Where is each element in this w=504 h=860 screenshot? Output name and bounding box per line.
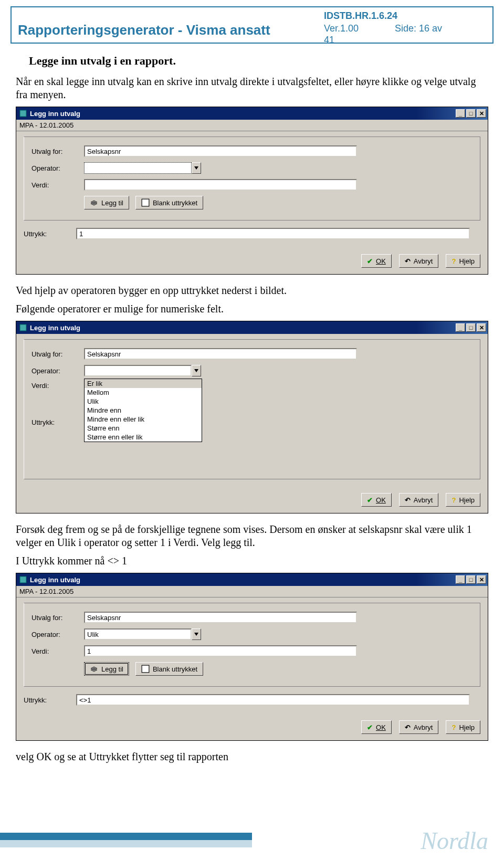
help-icon: ?: [452, 496, 456, 504]
operator-dropdown-list[interactable]: Er lik Mellom Ulik Mindre enn Mindre enn…: [84, 379, 202, 442]
doc-title: Rapporteringsgenerator - Visma ansatt: [18, 22, 270, 38]
minimize-button[interactable]: _: [456, 323, 465, 332]
button-ok[interactable]: ✔OK: [361, 254, 392, 268]
button-ok[interactable]: ✔OK: [361, 720, 392, 734]
button-blank[interactable]: Blank uttrykket: [135, 196, 203, 209]
button-legg-til[interactable]: Legg til: [84, 196, 129, 209]
app-icon: [19, 575, 27, 584]
app-icon: [19, 323, 27, 332]
dialog-legg-inn-utvalg-1: Legg inn utvalg _ □ ✕ MPA - 12.01.2005 U…: [16, 107, 488, 275]
dropdown-option[interactable]: Mellom: [85, 388, 202, 397]
app-icon: [19, 109, 27, 118]
input-verdi[interactable]: [84, 179, 357, 191]
button-hjelp-label: Hjelp: [459, 723, 475, 731]
button-legg-til-label: Legg til: [101, 665, 123, 673]
titlebar[interactable]: Legg inn utvalg _ □ ✕: [16, 107, 488, 120]
doc-total-pages: 41: [324, 35, 334, 46]
section-heading: Legge inn utvalg i en rapport.: [29, 54, 504, 68]
label-verdi: Verdi:: [32, 647, 84, 655]
button-avbryt[interactable]: ↶Avbryt: [399, 493, 439, 507]
button-hjelp-label: Hjelp: [459, 257, 475, 265]
combo-dropdown-button[interactable]: [192, 628, 201, 640]
dialog-subtitle: MPA - 12.01.2005: [16, 586, 488, 597]
input-uttrykk[interactable]: [76, 694, 470, 706]
button-ok[interactable]: ✔OK: [361, 493, 392, 507]
label-utvalg-for: Utvalg for:: [32, 148, 84, 155]
button-avbryt-label: Avbryt: [414, 723, 433, 731]
doc-page: Side: 16 av: [395, 23, 442, 34]
stack-icon: [90, 665, 98, 673]
form-fieldset: Utvalg for: Operator: Verdi: Legg til: [24, 603, 480, 687]
label-uttrykk: Uttrykk:: [24, 230, 76, 238]
paragraph-4: velg OK og se at Uttrykket flytter seg t…: [16, 750, 488, 763]
dialog-subtitle: MPA - 12.01.2005: [16, 120, 488, 131]
titlebar[interactable]: Legg inn utvalg _ □ ✕: [16, 573, 488, 586]
dialog-legg-inn-utvalg-2: Legg inn utvalg _ □ ✕ Utvalg for: Operat…: [16, 321, 488, 513]
button-blank-label: Blank uttrykket: [153, 665, 197, 673]
close-button[interactable]: ✕: [477, 323, 486, 332]
dialog-legg-inn-utvalg-3: Legg inn utvalg _ □ ✕ MPA - 12.01.2005 U…: [16, 573, 488, 741]
input-operator[interactable]: [84, 162, 192, 174]
label-operator: Operator:: [32, 367, 84, 375]
input-operator[interactable]: [84, 365, 192, 376]
minimize-button[interactable]: _: [456, 575, 465, 584]
input-utvalg-for[interactable]: [84, 145, 357, 157]
input-uttrykk[interactable]: [76, 228, 470, 239]
svg-rect-2: [20, 324, 26, 331]
close-button[interactable]: ✕: [477, 575, 486, 584]
button-avbryt-label: Avbryt: [414, 257, 433, 265]
combo-dropdown-button[interactable]: [192, 162, 201, 174]
stack-icon: [90, 199, 98, 206]
svg-rect-4: [142, 665, 149, 673]
dropdown-option[interactable]: Større enn: [85, 424, 202, 433]
input-utvalg-for[interactable]: [84, 348, 357, 360]
combo-operator[interactable]: [84, 365, 201, 376]
form-fieldset: Utvalg for: Operator: Verdi: L: [24, 137, 480, 221]
footer-logo: Nordla: [421, 827, 488, 855]
button-hjelp[interactable]: ?Hjelp: [446, 254, 480, 268]
combo-operator[interactable]: [84, 628, 201, 640]
label-operator: Operator:: [32, 631, 84, 638]
input-verdi[interactable]: [84, 645, 357, 657]
combo-dropdown-button[interactable]: [192, 365, 201, 376]
undo-icon: ↶: [405, 723, 411, 731]
maximize-button[interactable]: □: [466, 323, 476, 332]
input-operator[interactable]: [84, 628, 192, 640]
minimize-button[interactable]: _: [456, 109, 465, 118]
label-verdi: Verdi:: [32, 382, 84, 390]
chevron-down-icon: [194, 166, 198, 170]
page-footer: Nordla: [0, 828, 504, 860]
label-utvalg-for: Utvalg for:: [32, 614, 84, 622]
dialog-title: Legg inn utvalg: [30, 576, 80, 584]
combo-operator[interactable]: [84, 162, 201, 174]
blank-icon: [141, 665, 150, 673]
label-operator: Operator:: [32, 164, 84, 172]
button-hjelp[interactable]: ?Hjelp: [446, 493, 480, 507]
titlebar[interactable]: Legg inn utvalg _ □ ✕: [16, 321, 488, 334]
check-icon: ✔: [367, 496, 373, 504]
maximize-button[interactable]: □: [466, 575, 476, 584]
button-legg-til[interactable]: Legg til: [84, 662, 129, 676]
maximize-button[interactable]: □: [466, 109, 476, 118]
button-avbryt[interactable]: ↶Avbryt: [399, 720, 439, 734]
button-ok-label: OK: [376, 723, 386, 731]
button-avbryt[interactable]: ↶Avbryt: [399, 254, 439, 268]
label-uttrykk: Uttrykk:: [32, 418, 84, 426]
button-blank[interactable]: Blank uttrykket: [135, 662, 203, 676]
paragraph-1: Når en skal legge inn utvalg kan en skri…: [16, 75, 488, 101]
doc-version: Ver.1.00: [324, 23, 359, 34]
dropdown-option[interactable]: Ulik: [85, 397, 202, 406]
paragraph-2b: Følgende operatorer er mulige for numeri…: [16, 302, 488, 316]
input-utvalg-for[interactable]: [84, 612, 357, 623]
dropdown-option[interactable]: Mindre enn: [85, 406, 202, 415]
svg-rect-0: [20, 110, 26, 117]
button-blank-label: Blank uttrykket: [153, 199, 197, 207]
label-verdi: Verdi:: [32, 181, 84, 189]
dropdown-option[interactable]: Er lik: [85, 379, 202, 388]
doc-id: IDSTB.HR.1.6.24: [324, 11, 397, 22]
dropdown-option[interactable]: Mindre enn eller lik: [85, 415, 202, 424]
undo-icon: ↶: [405, 257, 411, 265]
close-button[interactable]: ✕: [477, 109, 486, 118]
dropdown-option[interactable]: Større enn eller lik: [85, 433, 202, 442]
button-hjelp[interactable]: ?Hjelp: [446, 720, 480, 734]
